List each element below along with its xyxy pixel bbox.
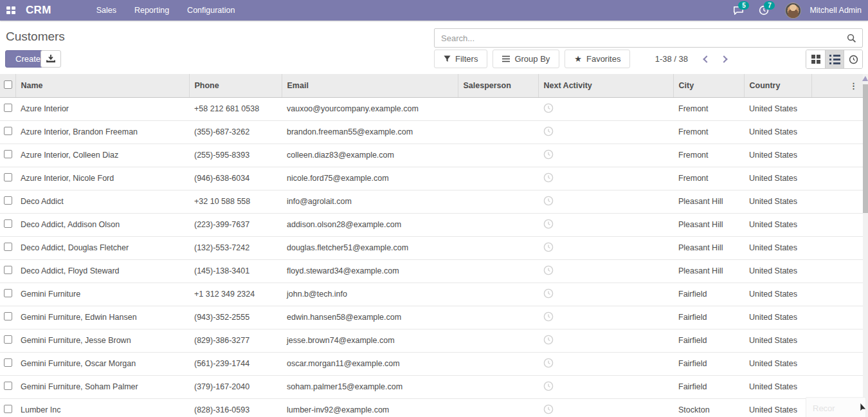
table-row[interactable]: Gemini Furniture, Edwin Hansen(943)-352-…: [0, 306, 863, 329]
row-phone[interactable]: (561)-239-1744: [189, 352, 282, 375]
select-all-checkbox[interactable]: [4, 80, 12, 89]
row-salesperson[interactable]: [458, 144, 538, 167]
next-activity-clock-icon[interactable]: [543, 265, 554, 275]
row-email[interactable]: nicole.ford75@example.com: [282, 167, 458, 190]
row-salesperson[interactable]: [458, 329, 538, 352]
list-view-button[interactable]: [825, 50, 844, 68]
row-email[interactable]: soham.palmer15@example.com: [282, 375, 458, 398]
row-salesperson[interactable]: [458, 259, 538, 283]
export-button[interactable]: [41, 50, 61, 68]
row-checkbox[interactable]: [4, 335, 12, 344]
row-phone[interactable]: (946)-638-6034: [189, 167, 282, 190]
next-activity-clock-icon[interactable]: [543, 404, 554, 414]
row-salesperson[interactable]: [458, 120, 538, 144]
row-country[interactable]: United States: [744, 120, 811, 144]
table-row[interactable]: Gemini Furniture+1 312 349 2324john.b@te…: [0, 283, 863, 306]
next-activity-clock-icon[interactable]: [543, 219, 554, 229]
row-country[interactable]: United States: [744, 329, 811, 352]
row-salesperson[interactable]: [458, 236, 538, 259]
top-menu-reporting[interactable]: Reporting: [127, 1, 177, 20]
row-country[interactable]: United States: [744, 306, 811, 329]
activities-button[interactable]: 7: [753, 0, 775, 21]
user-name[interactable]: Mitchell Admin: [809, 6, 862, 15]
column-header-phone[interactable]: Phone: [189, 74, 282, 97]
row-name[interactable]: Azure Interior, Colleen Diaz: [15, 144, 189, 167]
row-checkbox[interactable]: [4, 173, 12, 181]
row-phone[interactable]: (379)-167-2040: [189, 375, 282, 398]
row-next-activity[interactable]: [538, 120, 673, 144]
row-salesperson[interactable]: [458, 352, 538, 375]
row-phone[interactable]: +1 312 349 2324: [189, 283, 282, 306]
row-country[interactable]: United States: [744, 375, 811, 398]
table-row[interactable]: Deco Addict, Douglas Fletcher(132)-553-7…: [0, 236, 863, 259]
row-email[interactable]: colleen.diaz83@example.com: [282, 144, 458, 167]
messages-button[interactable]: 5: [727, 0, 749, 21]
next-activity-clock-icon[interactable]: [543, 288, 554, 299]
row-next-activity[interactable]: [538, 97, 673, 120]
row-salesperson[interactable]: [458, 97, 538, 120]
column-header-email[interactable]: Email: [282, 74, 458, 97]
row-name[interactable]: Deco Addict, Floyd Steward: [15, 259, 189, 283]
row-name[interactable]: Gemini Furniture, Oscar Morgan: [15, 352, 189, 375]
row-country[interactable]: United States: [744, 352, 811, 375]
user-avatar[interactable]: [785, 3, 801, 19]
row-next-activity[interactable]: [538, 167, 673, 190]
row-country[interactable]: United States: [744, 213, 811, 236]
scroll-up-arrow-icon[interactable]: [862, 76, 868, 81]
row-phone[interactable]: (145)-138-3401: [189, 259, 282, 283]
pager-next-button[interactable]: [716, 50, 733, 68]
next-activity-clock-icon[interactable]: [543, 381, 554, 391]
row-next-activity[interactable]: [538, 144, 673, 167]
row-name[interactable]: Deco Addict, Addison Olson: [15, 213, 189, 236]
row-phone[interactable]: (223)-399-7637: [189, 213, 282, 236]
table-row[interactable]: Deco Addict, Addison Olson(223)-399-7637…: [0, 213, 863, 236]
row-salesperson[interactable]: [458, 306, 538, 329]
row-phone[interactable]: +58 212 681 0538: [189, 97, 282, 120]
app-title[interactable]: CRM: [26, 4, 51, 17]
row-next-activity[interactable]: [538, 375, 673, 398]
row-checkbox[interactable]: [4, 405, 12, 413]
row-email[interactable]: vauxoo@yourcompany.example.com: [282, 97, 458, 120]
table-row[interactable]: Gemini Furniture, Jesse Brown(829)-386-3…: [0, 329, 863, 352]
row-city[interactable]: Fairfield: [673, 352, 744, 375]
row-city[interactable]: Pleasant Hill: [673, 259, 744, 283]
search-input[interactable]: [435, 33, 847, 43]
row-city[interactable]: Fremont: [673, 144, 744, 167]
row-phone[interactable]: (829)-386-3277: [189, 329, 282, 352]
next-activity-clock-icon[interactable]: [543, 242, 554, 252]
row-checkbox[interactable]: [4, 358, 12, 367]
top-menu-configuration[interactable]: Configuration: [179, 1, 242, 20]
row-next-activity[interactable]: [538, 236, 673, 259]
group-by-button[interactable]: Group By: [493, 50, 559, 68]
row-salesperson[interactable]: [458, 375, 538, 398]
row-next-activity[interactable]: [538, 306, 673, 329]
search-icon[interactable]: [847, 33, 856, 43]
row-checkbox[interactable]: [4, 127, 12, 135]
row-name[interactable]: Azure Interior: [15, 97, 189, 120]
row-email[interactable]: info@agrolait.com: [282, 190, 458, 213]
scrollbar-thumb[interactable]: [863, 84, 868, 213]
row-phone[interactable]: (828)-316-0593: [189, 398, 282, 417]
column-header-city[interactable]: City: [673, 74, 744, 97]
next-activity-clock-icon[interactable]: [543, 103, 554, 113]
row-email[interactable]: jesse.brown74@example.com: [282, 329, 458, 352]
table-row[interactable]: Gemini Furniture, Oscar Morgan(561)-239-…: [0, 352, 863, 375]
next-activity-clock-icon[interactable]: [543, 196, 554, 206]
row-country[interactable]: United States: [744, 190, 811, 213]
row-country[interactable]: United States: [744, 398, 811, 417]
next-activity-clock-icon[interactable]: [543, 311, 554, 322]
row-next-activity[interactable]: [538, 190, 673, 213]
row-salesperson[interactable]: [458, 213, 538, 236]
row-checkbox[interactable]: [4, 312, 12, 320]
activity-view-button[interactable]: [844, 50, 862, 68]
row-city[interactable]: Fairfield: [673, 306, 744, 329]
row-checkbox[interactable]: [4, 243, 12, 251]
row-country[interactable]: United States: [744, 167, 811, 190]
row-country[interactable]: United States: [744, 259, 811, 283]
next-activity-clock-icon[interactable]: [543, 358, 554, 368]
row-city[interactable]: Fairfield: [673, 283, 744, 306]
row-name[interactable]: Deco Addict, Douglas Fletcher: [15, 236, 189, 259]
row-email[interactable]: douglas.fletcher51@example.com: [282, 236, 458, 259]
table-row[interactable]: Deco Addict, Floyd Steward(145)-138-3401…: [0, 259, 863, 283]
row-name[interactable]: Gemini Furniture, Soham Palmer: [15, 375, 189, 398]
